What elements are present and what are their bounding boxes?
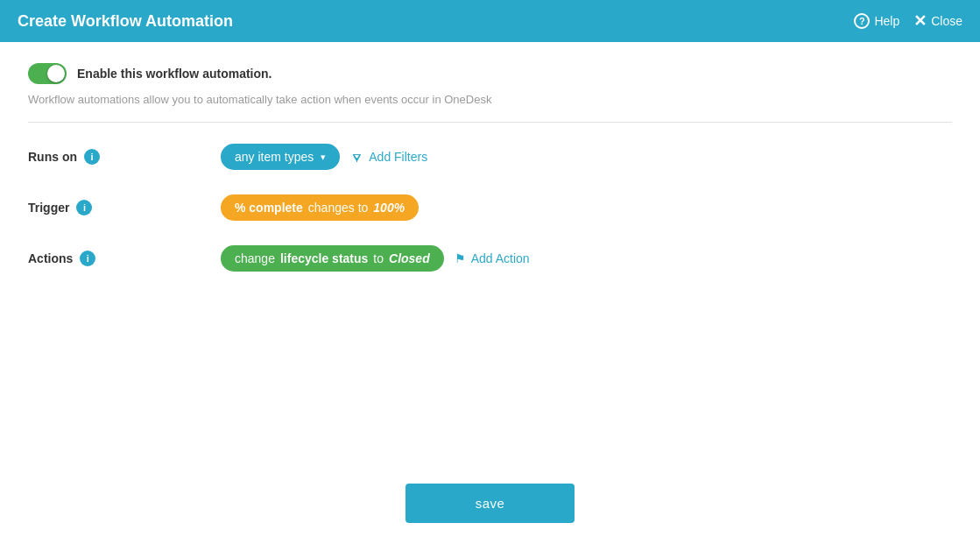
action-pill[interactable]: change lifecycle status to Closed (221, 245, 444, 272)
help-label: Help (874, 14, 899, 28)
modal-footer: save (0, 470, 980, 551)
filter-icon: ⛛ (350, 150, 363, 165)
add-filters-button[interactable]: ⛛ Add Filters (350, 150, 427, 165)
runs-on-value: any item types (235, 150, 314, 164)
trigger-label: Trigger (28, 201, 69, 215)
toggle-label: Enable this workflow automation. (77, 67, 271, 81)
modal-title: Create Workflow Automation (18, 12, 233, 31)
add-action-button[interactable]: ⚑ Add Action (455, 251, 530, 265)
runs-on-dropdown[interactable]: any item types ▾ (221, 144, 340, 170)
actions-label-col: Actions i (28, 251, 221, 266)
trigger-label-col: Trigger i (28, 200, 221, 215)
action-value: Closed (389, 251, 430, 265)
action-field: lifecycle status (280, 251, 368, 265)
form-rows: Runs on i any item types ▾ ⛛ Add Filters (28, 144, 952, 272)
divider (28, 122, 952, 123)
subtitle-text: Workflow automations allow you to automa… (28, 93, 952, 106)
toggle-row: Enable this workflow automation. (28, 63, 952, 84)
trigger-row: Trigger i % complete changes to 100% (28, 194, 952, 221)
action-keyword: change (235, 251, 275, 265)
runs-on-row: Runs on i any item types ▾ ⛛ Add Filters (28, 144, 952, 170)
help-button[interactable]: ? Help (854, 13, 899, 29)
runs-on-content: any item types ▾ ⛛ Add Filters (221, 144, 952, 170)
runs-on-label: Runs on (28, 150, 77, 164)
add-filters-label: Add Filters (369, 150, 427, 164)
trigger-value: 100% (373, 201, 405, 215)
actions-content: change lifecycle status to Closed ⚑ Add … (221, 245, 952, 272)
close-label: Close (931, 14, 962, 28)
actions-info-icon[interactable]: i (80, 251, 95, 266)
actions-row: Actions i change lifecycle status to Clo… (28, 245, 952, 272)
modal-header: Create Workflow Automation ? Help ✕ Clos… (0, 0, 980, 42)
add-action-label: Add Action (471, 251, 530, 265)
header-actions: ? Help ✕ Close (854, 11, 962, 31)
trigger-pill[interactable]: % complete changes to 100% (221, 194, 419, 221)
modal-body: Enable this workflow automation. Workflo… (0, 42, 980, 470)
close-icon: ✕ (913, 11, 927, 31)
help-icon: ? (854, 13, 870, 29)
save-button[interactable]: save (405, 484, 575, 523)
action-to: to (373, 251, 384, 265)
enable-toggle[interactable] (28, 63, 67, 84)
runs-on-label-col: Runs on i (28, 149, 221, 165)
trigger-changes-to: changes to (308, 201, 369, 215)
modal-container: Create Workflow Automation ? Help ✕ Clos… (0, 0, 980, 551)
trigger-content: % complete changes to 100% (221, 194, 952, 221)
actions-label: Actions (28, 251, 73, 265)
chevron-down-icon: ▾ (321, 152, 326, 163)
trigger-info-icon[interactable]: i (76, 200, 92, 215)
trigger-field: % complete (235, 201, 303, 215)
flag-icon: ⚑ (455, 251, 466, 265)
runs-on-info-icon[interactable]: i (84, 149, 100, 165)
close-button[interactable]: ✕ Close (913, 11, 962, 31)
